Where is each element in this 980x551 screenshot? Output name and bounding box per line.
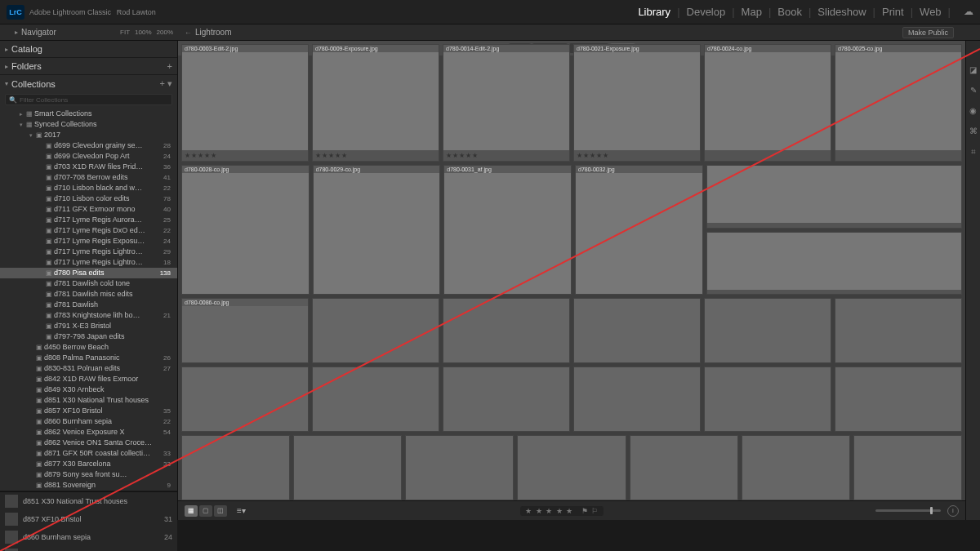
- eye-icon[interactable]: ◉: [969, 106, 977, 115]
- photo-cell[interactable]: d780-0031_af.jpg: [443, 165, 572, 295]
- collection-item[interactable]: ▣d783 Knightstone lith bo…21: [0, 310, 177, 321]
- crop-icon[interactable]: ✎: [970, 86, 977, 95]
- collection-item[interactable]: ▣d842 X1D RAW files Exmoor: [0, 374, 177, 384]
- collection-item[interactable]: ▣d857 XF10 Bristol35: [0, 406, 177, 416]
- collection-item[interactable]: ▣d849 X30 Arnbeck: [0, 384, 177, 395]
- collection-item[interactable]: ▣d699 Clevedon grainy se…28: [0, 140, 177, 151]
- compare-view-button[interactable]: ◫: [214, 505, 227, 517]
- thumb[interactable]: [312, 367, 439, 432]
- tag-icon[interactable]: ⌘: [969, 127, 978, 136]
- collection-item[interactable]: ▣d860 Burnham sepia22: [0, 416, 177, 427]
- thumb[interactable]: [573, 367, 701, 432]
- collection-item[interactable]: ▣d791 X-E3 Bristol: [0, 321, 177, 331]
- thumb[interactable]: [443, 367, 570, 432]
- collection-item[interactable]: ▣d711 GFX Exmoor mono40: [0, 204, 177, 215]
- thumb[interactable]: [517, 435, 626, 500]
- thumb[interactable]: [630, 435, 738, 500]
- collection-item[interactable]: ▣d877 X30 Barcelona33: [0, 459, 177, 469]
- thumb[interactable]: [835, 298, 962, 363]
- recent-collection[interactable]: d862 Venice Exposure X: [0, 546, 177, 551]
- collection-item[interactable]: ▣d717 Lyme Regis Aurora…25: [0, 215, 177, 225]
- filter-collections-input[interactable]: 🔍Filter Collections: [5, 94, 172, 105]
- collection-item[interactable]: ▣d879 Sony sea front su…: [0, 469, 177, 480]
- collection-item[interactable]: ▣d717 Lyme Regis Exposu…24: [0, 236, 177, 247]
- thumb[interactable]: [293, 435, 402, 500]
- collection-item[interactable]: ▣d781 Dawlish cold tone: [0, 278, 177, 289]
- collection-item[interactable]: ▣d862 Venice ON1 Santa Croce…: [0, 438, 177, 448]
- photo-cell[interactable]: d780-0014-Edit-2.jpg★★★★★: [443, 44, 570, 162]
- add-folder-icon[interactable]: +: [167, 61, 172, 71]
- module-print[interactable]: Print: [882, 6, 904, 18]
- collection-item[interactable]: ▣d851 X30 National Trust houses: [0, 395, 177, 406]
- thumb[interactable]: d780-0086-co.jpg: [181, 298, 309, 363]
- photo-cell[interactable]: d780-0009-Exposure.jpg★★★★★: [312, 44, 439, 162]
- photo-cell[interactable]: d780-0028-co.jpg: [181, 165, 310, 295]
- photo-cell[interactable]: [706, 165, 962, 229]
- grid-view-button[interactable]: ▦: [185, 505, 198, 517]
- thumb[interactable]: [405, 435, 514, 500]
- collection-item[interactable]: ▣d830-831 Polruan edits27: [0, 363, 177, 374]
- collection-item[interactable]: ▣d710 Lisbon color edits78: [0, 193, 177, 204]
- collection-item[interactable]: ▾▣2017: [0, 130, 177, 140]
- collection-item[interactable]: ▣d797-798 Japan edits: [0, 331, 177, 342]
- collection-item[interactable]: ▾▦Synced Collections: [0, 119, 177, 130]
- thumb[interactable]: [835, 367, 962, 432]
- collection-item[interactable]: ▣d703 X1D RAW files Prid…36: [0, 162, 177, 172]
- zoom-options[interactable]: FIT100%200%: [120, 29, 173, 36]
- collection-item[interactable]: ▣d707-708 Berrow edits41: [0, 172, 177, 183]
- loupe-view-button[interactable]: ▢: [199, 505, 212, 517]
- catalog-panel-header[interactable]: ▸Catalog: [0, 41, 177, 57]
- collection-item[interactable]: ▣d717 Lyme Regis Lightro…18: [0, 257, 177, 268]
- collections-panel-header[interactable]: ▾Collections+ ▾: [0, 75, 177, 92]
- navigator-header[interactable]: ▸ Navigator FIT100%200%: [0, 24, 178, 41]
- make-public-button[interactable]: Make Public: [902, 27, 954, 38]
- thumb[interactable]: [573, 298, 701, 363]
- thumb[interactable]: [704, 367, 831, 432]
- recent-collection[interactable]: d860 Burnham sepia24: [0, 528, 177, 546]
- info-icon[interactable]: i: [947, 505, 959, 517]
- photo-cell[interactable]: d780-0003-Edit-2.jpg★★★★★: [181, 44, 309, 162]
- module-library[interactable]: Library: [638, 6, 670, 18]
- thumb[interactable]: [312, 298, 439, 363]
- photo-cell[interactable]: d780-0025-co.jpg: [835, 44, 962, 162]
- collection-item[interactable]: ▣d881 Sovereign9: [0, 480, 177, 491]
- rating-filter[interactable]: ★ ★ ★ ★ ★ ⚑ ⚐: [520, 506, 604, 516]
- thumb[interactable]: [704, 298, 831, 363]
- add-collection-icon[interactable]: + ▾: [160, 78, 172, 89]
- thumb[interactable]: [181, 435, 290, 500]
- folders-panel-header[interactable]: ▸Folders+: [0, 58, 177, 74]
- back-icon[interactable]: ←: [185, 29, 192, 37]
- sort-menu[interactable]: ≡▾: [234, 506, 249, 515]
- collection-item[interactable]: ▣d871 GFX 50R coastal collecti…33: [0, 448, 177, 459]
- collection-item[interactable]: ▣d781 Dawlish: [0, 300, 177, 310]
- collection-item[interactable]: ▣d450 Berrow Beach: [0, 342, 177, 353]
- photo-cell[interactable]: d780-0024-co.jpg: [704, 44, 831, 162]
- collection-item[interactable]: ▣d710 Lisbon black and w…22: [0, 183, 177, 193]
- collection-item[interactable]: ▣d808 Palma Panasonic26: [0, 353, 177, 363]
- photo-cell[interactable]: d780-0021-Exposure.jpg★★★★★: [573, 44, 701, 162]
- module-web[interactable]: Web: [920, 6, 942, 18]
- thumb[interactable]: [853, 435, 962, 500]
- thumb[interactable]: [443, 298, 570, 363]
- histogram-icon[interactable]: ◪: [969, 65, 977, 74]
- cloud-sync-icon[interactable]: ☁: [964, 6, 973, 18]
- module-slideshow[interactable]: Slideshow: [817, 6, 866, 18]
- module-book[interactable]: Book: [777, 6, 802, 18]
- thumb[interactable]: [181, 367, 309, 432]
- collection-item[interactable]: ▣d862 Venice Exposure X54: [0, 427, 177, 438]
- photo-cell[interactable]: d780-0032.jpg: [575, 165, 703, 295]
- collection-item[interactable]: ▣d781 Dawlish misc edits: [0, 289, 177, 300]
- collection-item[interactable]: ▸▦Smart Collections: [0, 109, 177, 119]
- module-develop[interactable]: Develop: [687, 6, 726, 18]
- keyword-icon[interactable]: ⌗: [971, 147, 976, 157]
- photo-cell[interactable]: d780-0029-co.jpg: [313, 165, 441, 295]
- photo-cell[interactable]: [706, 232, 962, 295]
- module-map[interactable]: Map: [742, 6, 762, 18]
- collection-item[interactable]: ▣d780 Pisa edits138: [0, 268, 177, 278]
- collection-item[interactable]: ▣d717 Lyme Regis Lightro…29: [0, 247, 177, 257]
- thumbnail-size-slider[interactable]: [875, 509, 941, 512]
- collection-item[interactable]: ▣d699 Clevedon Pop Art24: [0, 151, 177, 162]
- collection-item[interactable]: ▣d717 Lyme Regis DxO ed…22: [0, 225, 177, 236]
- recent-collection[interactable]: d851 X30 National Trust houses: [0, 492, 177, 510]
- thumb[interactable]: [742, 435, 850, 500]
